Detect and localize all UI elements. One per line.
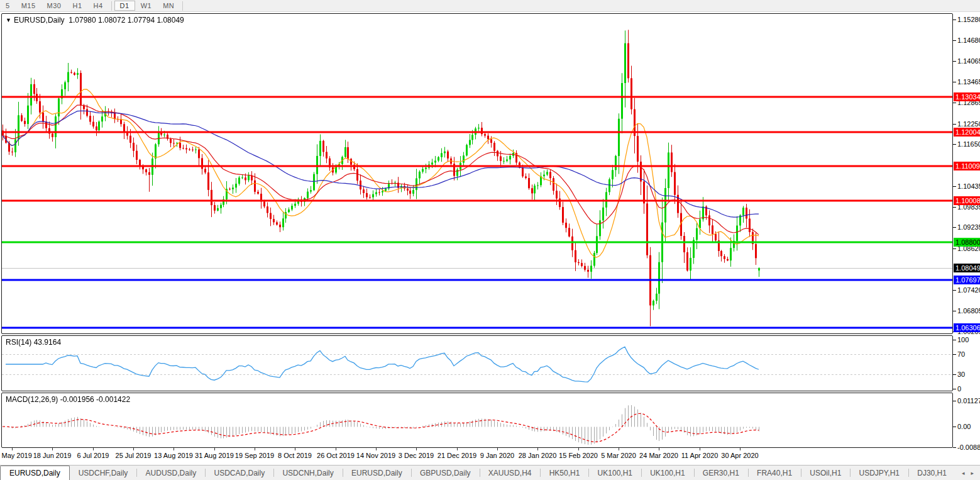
date-tick-mark — [336, 448, 336, 450]
axis-tick-label: 1.14065 — [957, 57, 980, 65]
axis-tick-label: 1.12250 — [957, 120, 980, 128]
axis-tick-mark — [953, 227, 956, 228]
chart-tab-ger30-h1[interactable]: GER30,H1 — [694, 466, 748, 480]
date-axis-label: 19 Sep 2019 — [235, 452, 274, 459]
chart-tab-usdcnh-daily[interactable]: USDCNH,Daily — [273, 466, 342, 480]
tab-scroll-left-icon[interactable]: ◂ — [962, 470, 965, 476]
chart-tab-hk50-h1[interactable]: HK50,H1 — [541, 466, 589, 480]
axis-tick-mark — [953, 401, 956, 401]
date-tick-mark — [133, 448, 134, 450]
macd-axis: 0.0112770.00-0.00884 — [953, 393, 980, 448]
chart-dropdown-icon[interactable]: ▼ — [6, 17, 11, 23]
axis-tick-label: 30 — [957, 371, 965, 378]
date-tick-mark — [537, 448, 538, 450]
timeframe-button-m30[interactable]: M30 — [41, 1, 67, 11]
price-axis[interactable]: 1.152801.146801.140651.134651.128651.122… — [953, 13, 980, 335]
price-level-label: 1.12004 — [954, 128, 980, 137]
chart-tab-audusd-daily[interactable]: AUDUSD,Daily — [137, 466, 206, 480]
axis-tick-mark — [953, 340, 956, 340]
macd-chart-canvas[interactable] — [2, 393, 952, 447]
date-axis-label: 3 Dec 2019 — [399, 452, 434, 459]
timeframe-button-mn[interactable]: MN — [157, 1, 180, 11]
date-tick-mark — [740, 448, 741, 450]
axis-tick-mark — [953, 186, 956, 187]
date-axis-label: 13 Aug 2019 — [154, 452, 193, 459]
axis-tick-label: 100 — [957, 336, 969, 343]
price-level-label: 1.10008 — [954, 196, 980, 205]
date-tick-mark — [578, 448, 579, 450]
date-axis-label: 14 Nov 2019 — [356, 452, 395, 459]
chart-tab-eurusd-daily[interactable]: EURUSD,Daily — [0, 466, 70, 480]
date-tick-mark — [295, 448, 295, 450]
timeframe-button-h1[interactable]: H1 — [67, 1, 87, 11]
chart-tab-fra40-h1[interactable]: FRA40,H1 — [748, 466, 801, 480]
date-axis-label: 6 Jul 2019 — [77, 452, 109, 459]
rsi-chart-canvas[interactable] — [2, 336, 952, 391]
chart-tab-usdchf-daily[interactable]: USDCHF,Daily — [70, 466, 137, 480]
date-axis[interactable]: 30 May 201918 Jun 20196 Jul 201925 Jul 2… — [1, 448, 953, 464]
axis-tick-mark — [953, 290, 956, 291]
chart-ohlc-values: 1.07980 1.08072 1.07794 1.08049 — [69, 16, 184, 25]
chart-tab-usdjpy-h1[interactable]: USDJPY,H1 — [851, 466, 908, 480]
axis-tick-label: 0.00 — [957, 423, 971, 430]
price-level-label: 1.13034 — [954, 92, 980, 101]
axis-tick-label: 1.09235 — [957, 223, 980, 231]
chart-tab-gbpusd-daily[interactable]: GBPUSD,Daily — [411, 466, 480, 480]
date-tick-mark — [659, 448, 659, 450]
axis-tick-mark — [953, 144, 956, 145]
timeframe-button-d1[interactable]: D1 — [114, 1, 135, 11]
candlestick-chart-canvas[interactable] — [2, 14, 952, 333]
rsi-axis: 10070300 — [953, 335, 980, 391]
chart-tab-eurusd-daily[interactable]: EURUSD,Daily — [343, 466, 411, 480]
axis-tick-label: 70 — [957, 350, 965, 358]
axis-tick-label: 1.15280 — [957, 16, 980, 23]
axis-tick-mark — [953, 389, 956, 389]
date-tick-mark — [214, 448, 215, 450]
trading-platform-window: 5M15M30H1H4D1W1MN ▼EURUSD,Daily 1.07980 … — [0, 0, 980, 480]
axis-tick-mark — [953, 61, 956, 62]
chart-tab-usdcad-daily[interactable]: USDCAD,Daily — [206, 466, 274, 480]
chart-tab-xauusd-h4[interactable]: XAUUSD,H4 — [480, 466, 541, 480]
macd-indicator-panel[interactable]: MACD(12,26,9) -0.001956 -0.001422 — [1, 393, 953, 448]
date-tick-mark — [12, 448, 13, 450]
price-chart-panel[interactable]: ▼EURUSD,Daily 1.07980 1.08072 1.07794 1.… — [1, 13, 953, 334]
timeframe-toolbar: 5M15M30H1H4D1W1MN — [0, 0, 980, 12]
date-axis-label: 24 Mar 2020 — [639, 452, 678, 459]
date-tick-mark — [93, 448, 94, 450]
date-axis-label: 30 Apr 2020 — [721, 452, 758, 459]
timeframe-button-h4[interactable]: H4 — [88, 1, 109, 11]
toolbar-separator — [182, 1, 183, 11]
rsi-indicator-panel[interactable]: RSI(14) 43.9164 — [1, 335, 953, 391]
date-axis-label: 26 Oct 2019 — [317, 452, 355, 459]
axis-tick-mark — [953, 20, 956, 20]
chart-tab-usoil-h1[interactable]: USOil,H1 — [801, 466, 850, 480]
date-axis-label: 15 Feb 2020 — [559, 452, 598, 459]
date-axis-label: 18 Jun 2019 — [33, 452, 72, 459]
date-axis-label: 25 Jul 2019 — [116, 452, 151, 459]
axis-tick-mark — [953, 354, 956, 355]
toolbar-separator — [111, 1, 112, 11]
axis-tick-mark — [953, 374, 956, 375]
date-axis-label: 28 Jan 2020 — [519, 452, 557, 459]
chart-symbol-label: EURUSD,Daily — [14, 16, 65, 25]
date-tick-mark — [700, 448, 700, 450]
axis-tick-mark — [953, 82, 956, 82]
chart-tab-dj30-h1[interactable]: DJ30,H1 — [908, 466, 955, 480]
date-tick-mark — [497, 448, 498, 450]
chart-tab-uk100-h1[interactable]: UK100,H1 — [589, 466, 641, 480]
date-axis-label: 9 Jan 2020 — [480, 452, 514, 459]
tab-scroll-right-icon[interactable]: ▸ — [971, 470, 974, 476]
axis-tick-label: 1.13465 — [957, 78, 980, 86]
date-axis-label: 11 Apr 2020 — [681, 452, 718, 459]
chart-title: ▼EURUSD,Daily 1.07980 1.08072 1.07794 1.… — [6, 16, 184, 25]
chart-tab-uk100-h1[interactable]: UK100,H1 — [641, 466, 693, 480]
date-tick-mark — [52, 448, 53, 450]
axis-tick-mark — [953, 124, 956, 125]
timeframe-button-5[interactable]: 5 — [0, 1, 16, 11]
date-axis-label: 21 Dec 2019 — [438, 452, 476, 459]
timeframe-button-m15[interactable]: M15 — [16, 1, 41, 11]
date-axis-label: 31 Aug 2019 — [195, 452, 234, 459]
axis-tick-label: 1.06805 — [957, 307, 980, 315]
axis-tick-label: 1.07420 — [957, 286, 980, 294]
timeframe-button-w1[interactable]: W1 — [135, 1, 158, 11]
